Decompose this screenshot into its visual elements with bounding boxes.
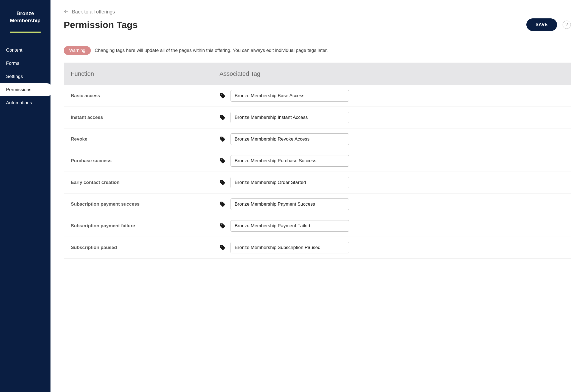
- header-actions: SAVE ?: [526, 18, 571, 31]
- tag-input[interactable]: [231, 133, 349, 145]
- function-label: Subscription payment failure: [71, 223, 135, 228]
- tag-icon: [220, 223, 226, 229]
- warning-pill: Warning: [64, 46, 91, 55]
- page-header: Permission Tags SAVE ?: [64, 18, 571, 39]
- help-button[interactable]: ?: [563, 21, 571, 29]
- table-row: Early contact creation: [64, 172, 571, 194]
- save-button[interactable]: SAVE: [526, 18, 557, 31]
- col-header-function: Function: [71, 70, 220, 77]
- main-content: Back to all offerings Permission Tags SA…: [50, 0, 584, 392]
- warning-banner: Warning Changing tags here will update a…: [64, 46, 571, 55]
- tag-icon: [220, 158, 226, 164]
- table-row: Subscription payment success: [64, 194, 571, 215]
- tag-icon: [220, 136, 226, 142]
- function-label: Instant access: [71, 115, 103, 120]
- tag-icon: [220, 93, 226, 99]
- sidebar-item-settings[interactable]: Settings: [0, 70, 50, 83]
- sidebar-item-permissions[interactable]: Permissions: [0, 83, 53, 96]
- table-row: Subscription paused: [64, 237, 571, 259]
- tag-icon: [220, 180, 226, 186]
- table-row: Revoke: [64, 128, 571, 150]
- tag-input[interactable]: [231, 242, 349, 253]
- sidebar: Bronze Membership ContentFormsSettingsPe…: [0, 0, 50, 392]
- table-header: Function Associated Tag: [64, 63, 571, 85]
- function-label: Basic access: [71, 93, 100, 98]
- sidebar-divider: [10, 32, 41, 33]
- offering-title: Bronze Membership: [0, 10, 50, 32]
- table-row: Subscription payment failure: [64, 215, 571, 237]
- tag-icon: [220, 114, 226, 121]
- sidebar-item-forms[interactable]: Forms: [0, 57, 50, 70]
- tag-input[interactable]: [231, 112, 349, 123]
- back-link[interactable]: Back to all offerings: [64, 9, 115, 15]
- permission-tags-table: Function Associated Tag Basic accessInst…: [64, 63, 571, 259]
- sidebar-item-content[interactable]: Content: [0, 44, 50, 57]
- function-label: Revoke: [71, 136, 87, 142]
- col-header-tag: Associated Tag: [220, 70, 564, 77]
- arrow-left-icon: [64, 9, 69, 15]
- function-label: Purchase success: [71, 158, 111, 163]
- page-title: Permission Tags: [64, 19, 138, 30]
- tag-input[interactable]: [231, 198, 349, 210]
- tag-icon: [220, 201, 226, 207]
- tag-input[interactable]: [231, 220, 349, 232]
- tag-input[interactable]: [231, 155, 349, 167]
- tag-icon: [220, 245, 226, 251]
- table-row: Purchase success: [64, 150, 571, 172]
- table-row: Basic access: [64, 85, 571, 107]
- table-row: Instant access: [64, 107, 571, 128]
- tag-input[interactable]: [231, 177, 349, 188]
- warning-text: Changing tags here will update all of th…: [95, 48, 328, 53]
- function-label: Subscription payment success: [71, 201, 139, 207]
- function-label: Early contact creation: [71, 180, 120, 185]
- function-label: Subscription paused: [71, 245, 117, 250]
- sidebar-item-automations[interactable]: Automations: [0, 96, 50, 110]
- tag-input[interactable]: [231, 90, 349, 102]
- back-link-label: Back to all offerings: [72, 9, 115, 15]
